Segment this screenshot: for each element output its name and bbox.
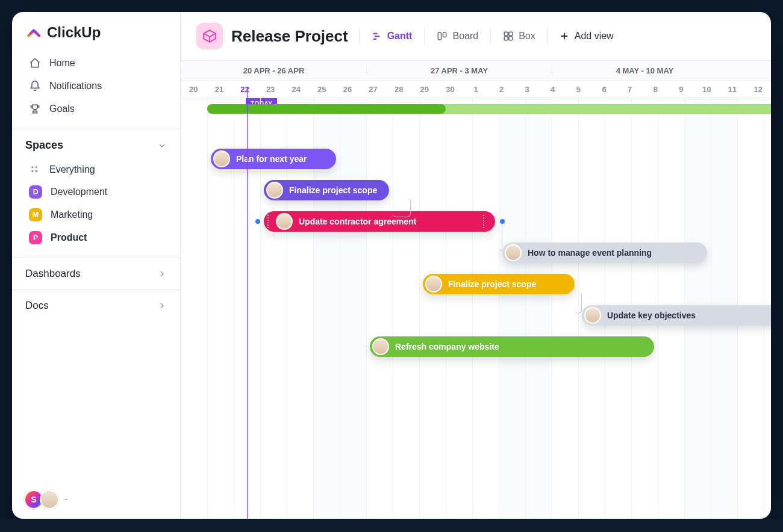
brand-name: ClickUp [47, 24, 101, 41]
day-cell[interactable]: 28 [386, 85, 412, 94]
nav-notifications[interactable]: Notifications [20, 75, 172, 97]
brand-logo[interactable]: ClickUp [12, 12, 180, 49]
assignee-avatar [372, 338, 389, 355]
space-product[interactable]: P Product [20, 226, 172, 249]
project-title: Release Project [231, 27, 348, 46]
day-cell[interactable]: 29 [411, 85, 437, 94]
svg-point-2 [31, 170, 33, 172]
gantt-task[interactable]: Finalize project scope [423, 274, 575, 294]
day-cell[interactable]: 10 [694, 85, 720, 94]
nav-docs[interactable]: Docs [12, 289, 180, 321]
nav-home[interactable]: Home [20, 52, 172, 75]
svg-rect-7 [438, 32, 441, 40]
day-cell[interactable]: 4 [540, 85, 566, 94]
space-everything[interactable]: Everything [20, 159, 172, 181]
sidebar: ClickUp Home Notifications Goals Spaces [12, 12, 181, 519]
gantt-area[interactable]: Plan for next yearFinalize project scope… [181, 98, 771, 519]
day-cell[interactable]: 25 [309, 85, 335, 94]
dependency-dot[interactable] [255, 219, 260, 224]
day-cell[interactable]: 1 [463, 85, 489, 94]
add-view-label: Add view [575, 31, 614, 42]
day-cell[interactable]: 8 [643, 85, 669, 94]
day-cell[interactable]: 30 [437, 85, 463, 94]
space-badge: D [29, 185, 42, 199]
svg-point-1 [36, 166, 37, 168]
gantt-timeline[interactable]: 20 APR - 26 APR27 APR - 3 MAY4 MAY - 10 … [181, 60, 771, 519]
gantt-icon [372, 31, 382, 42]
day-cell[interactable]: 2 [488, 85, 514, 94]
day-cell[interactable]: 12 [745, 85, 771, 94]
bell-icon [29, 80, 41, 92]
view-label: Board [452, 31, 478, 42]
foot-label: Dashboards [25, 268, 81, 280]
dependency-dot[interactable] [500, 219, 505, 224]
task-label: Refresh company website [395, 342, 499, 351]
assignee-avatar [505, 244, 522, 261]
svg-rect-11 [504, 37, 508, 40]
nav-label: Goals [49, 104, 75, 114]
day-cell[interactable]: 24 [283, 85, 309, 94]
nav-dashboards[interactable]: Dashboards [12, 258, 180, 289]
user-menu[interactable]: S [12, 480, 180, 519]
view-label: Gantt [387, 31, 413, 42]
day-cell[interactable]: 27 [360, 85, 386, 94]
nav-label: Home [49, 58, 75, 69]
week-cell: 27 APR - 3 MAY [366, 66, 552, 75]
gantt-task[interactable]: Update contractor agreement [264, 211, 495, 232]
assignee-avatar [213, 150, 230, 167]
assignee-avatar [584, 307, 601, 324]
week-cell: 4 MAY - 10 MAY [552, 66, 737, 75]
nav-goals[interactable]: Goals [20, 97, 172, 120]
gantt-task[interactable]: Finalize project scope [264, 180, 389, 200]
gantt-task[interactable]: Plan for next year [211, 149, 336, 169]
board-icon [437, 31, 448, 42]
spaces-header[interactable]: Spaces [12, 129, 180, 158]
day-cell[interactable]: 23 [258, 85, 284, 94]
day-cell[interactable]: 3 [514, 85, 540, 94]
topbar: Release Project Gantt Board Box Add view [181, 12, 771, 60]
day-cell[interactable]: 7 [617, 85, 643, 94]
space-development[interactable]: D Development [20, 181, 172, 203]
day-cell[interactable]: 11 [720, 85, 746, 94]
day-cell[interactable]: 26 [335, 85, 361, 94]
day-cell[interactable]: 6 [591, 85, 617, 94]
resize-handle-right[interactable] [482, 215, 485, 228]
user-avatar [40, 490, 59, 509]
space-badge: P [29, 231, 42, 244]
svg-rect-8 [443, 32, 446, 37]
space-label: Development [51, 187, 107, 197]
resize-handle-left[interactable] [266, 215, 270, 228]
divider [490, 28, 491, 45]
day-cell[interactable]: 20 [181, 85, 207, 94]
today-line [247, 87, 248, 519]
week-cell: 20 APR - 26 APR [181, 66, 366, 75]
add-view-button[interactable]: Add view [559, 31, 614, 42]
space-badge: M [29, 208, 42, 221]
spaces-list: Everything D Development M Marketing P P… [12, 158, 180, 258]
view-board[interactable]: Board [435, 28, 479, 44]
space-marketing[interactable]: M Marketing [20, 203, 172, 226]
view-gantt[interactable]: Gantt [370, 28, 414, 44]
svg-point-0 [31, 166, 33, 168]
project-header[interactable]: Release Project [196, 23, 348, 49]
gantt-task[interactable]: How to manage event planning [502, 243, 707, 263]
cube-icon [196, 23, 223, 49]
day-cell[interactable]: 22 [232, 85, 258, 94]
trophy-icon [29, 103, 41, 115]
chevron-right-icon [157, 269, 167, 279]
task-label: Update contractor agreement [299, 217, 416, 226]
day-cell[interactable]: 9 [669, 85, 694, 94]
gantt-task[interactable]: Refresh company website [370, 336, 654, 357]
divider [547, 28, 548, 45]
chevron-right-icon [157, 301, 167, 311]
grid-dots-icon [29, 164, 41, 176]
day-row: 2021222324252627282930123456789101112 [181, 80, 771, 98]
day-cell[interactable]: 21 [207, 85, 232, 94]
day-cell[interactable]: 5 [566, 85, 591, 94]
view-box[interactable]: Box [502, 28, 537, 44]
svg-rect-12 [509, 37, 513, 40]
spaces-title: Spaces [25, 139, 63, 152]
gantt-task[interactable]: Update key objectives [582, 305, 771, 326]
svg-rect-3 [36, 170, 37, 172]
primary-nav: Home Notifications Goals [12, 49, 180, 129]
